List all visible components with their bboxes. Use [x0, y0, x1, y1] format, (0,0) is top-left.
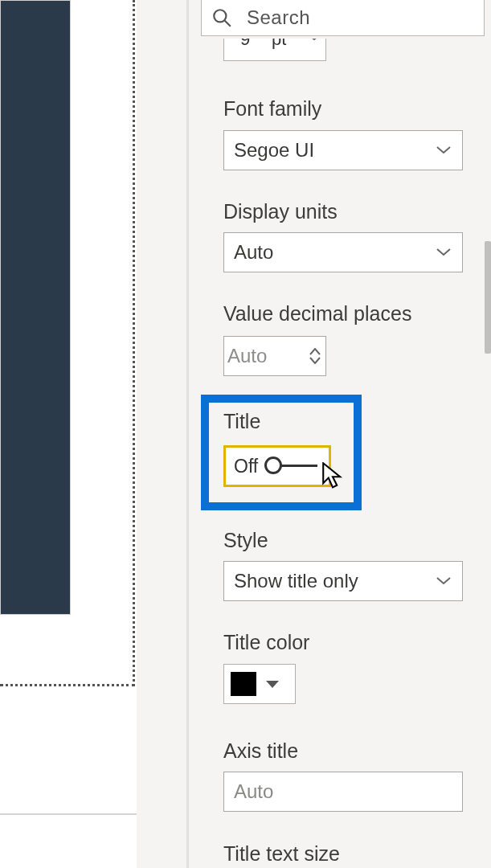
- report-canvas: [0, 0, 137, 868]
- scrollbar-thumb[interactable]: [485, 241, 491, 354]
- title-text-size-label: Title text size: [223, 842, 340, 866]
- chevron-up-icon: [309, 348, 321, 355]
- value-decimal-places-label: Value decimal places: [223, 302, 411, 326]
- title-toggle[interactable]: Off: [223, 445, 331, 487]
- search-input[interactable]: Search: [201, 0, 485, 36]
- display-units-label: Display units: [223, 200, 338, 223]
- font-family-select[interactable]: Segoe UI: [223, 130, 463, 170]
- canvas-divider: [0, 813, 137, 815]
- font-family-value: Segoe UI: [234, 139, 314, 162]
- style-value: Show title only: [234, 570, 358, 592]
- chevron-down-icon: [309, 357, 321, 364]
- chevron-down-icon: [436, 146, 451, 154]
- font-size-unit: pt: [272, 39, 286, 50]
- display-units-select[interactable]: Auto: [223, 232, 463, 272]
- font-size-value: 9: [240, 39, 250, 50]
- value-decimal-places-stepper[interactable]: Auto: [223, 336, 326, 376]
- svg-line-1: [224, 20, 231, 27]
- title-color-label: Title color: [223, 631, 309, 654]
- axis-title-input[interactable]: Auto: [223, 772, 463, 812]
- title-section-label: Title: [223, 410, 260, 433]
- display-units-value: Auto: [234, 241, 273, 264]
- search-icon: [211, 7, 232, 28]
- toggle-graphic: [264, 457, 317, 476]
- chevron-down-icon: [436, 577, 451, 585]
- style-label: Style: [223, 529, 268, 552]
- caret-down-icon: [266, 681, 279, 688]
- pane-divider: [186, 0, 189, 868]
- axis-title-value: Auto: [234, 780, 273, 803]
- value-decimal-places-value: Auto: [227, 345, 267, 367]
- title-color-picker[interactable]: [223, 664, 296, 704]
- axis-title-label: Axis title: [223, 739, 298, 763]
- title-toggle-state: Off: [234, 456, 258, 477]
- svg-point-0: [214, 10, 226, 22]
- search-placeholder: Search: [247, 6, 310, 29]
- spinner-arrows[interactable]: [309, 348, 321, 364]
- font-family-label: Font family: [223, 97, 321, 121]
- font-size-stepper[interactable]: 9 pt: [223, 39, 326, 61]
- chevron-down-icon: [436, 248, 451, 256]
- selection-border: [0, 0, 135, 686]
- chevron-down-icon: [308, 39, 321, 41]
- style-select[interactable]: Show title only: [223, 561, 463, 601]
- color-swatch: [231, 672, 256, 696]
